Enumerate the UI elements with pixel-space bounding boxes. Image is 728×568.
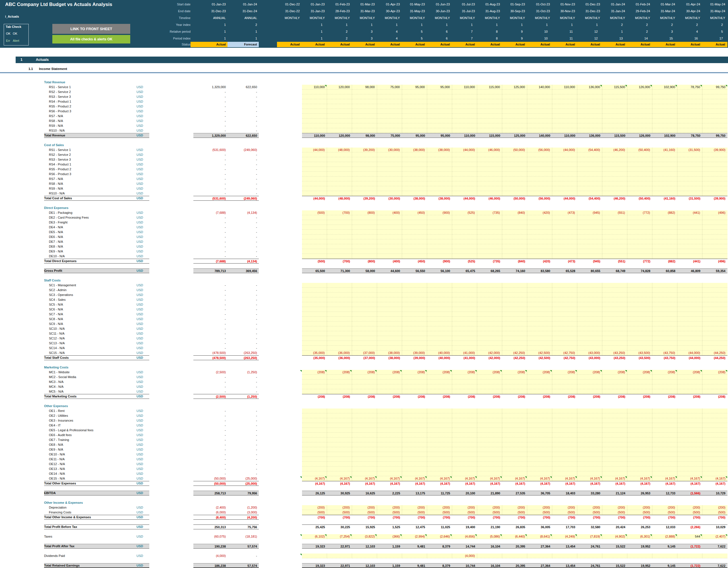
monthly-cell-empty[interactable] bbox=[277, 85, 302, 90]
monthly-cell-empty[interactable] bbox=[277, 114, 302, 119]
row-label[interactable]: OE15 - N/A bbox=[49, 476, 65, 481]
monthly-cell[interactable] bbox=[477, 220, 502, 225]
monthly-cell[interactable] bbox=[377, 500, 402, 505]
monthly-header-cell[interactable]: MONTHLY bbox=[277, 15, 302, 21]
row-label[interactable]: DE10 - N/A bbox=[49, 254, 65, 259]
annual-cell[interactable]: - bbox=[193, 466, 227, 471]
monthly-cell[interactable] bbox=[402, 206, 427, 210]
monthly-header-cell[interactable]: Actual bbox=[702, 42, 727, 47]
monthly-cell[interactable] bbox=[652, 375, 677, 379]
monthly-cell[interactable]: (500) bbox=[327, 510, 352, 515]
annual-cell[interactable]: - bbox=[193, 437, 227, 442]
monthly-cell[interactable] bbox=[327, 143, 352, 148]
monthly-cell[interactable] bbox=[402, 365, 427, 370]
monthly-cell[interactable]: 11,025 bbox=[427, 525, 452, 529]
monthly-cell[interactable] bbox=[377, 466, 402, 471]
annual-cell[interactable]: - bbox=[227, 123, 259, 128]
row-label[interactable]: OE4 - IT bbox=[49, 423, 61, 428]
row-label[interactable]: RS9 - N/A bbox=[49, 186, 63, 191]
monthly-cell[interactable] bbox=[377, 172, 402, 177]
monthly-cell[interactable] bbox=[302, 288, 327, 292]
monthly-cell[interactable]: (46,000) bbox=[477, 148, 502, 152]
monthly-cell[interactable]: (450) bbox=[402, 259, 427, 264]
monthly-cell[interactable] bbox=[677, 249, 702, 254]
monthly-cell-empty[interactable] bbox=[277, 408, 302, 413]
annual-cell[interactable] bbox=[227, 143, 259, 148]
monthly-cell[interactable] bbox=[602, 215, 627, 220]
monthly-cell[interactable] bbox=[602, 235, 627, 240]
monthly-cell[interactable] bbox=[527, 167, 552, 172]
monthly-cell[interactable] bbox=[402, 288, 427, 292]
monthly-cell[interactable] bbox=[552, 225, 577, 230]
monthly-cell[interactable] bbox=[452, 423, 477, 428]
monthly-cell[interactable] bbox=[477, 94, 502, 99]
monthly-cell-empty[interactable] bbox=[277, 350, 302, 355]
monthly-cell[interactable] bbox=[602, 326, 627, 331]
monthly-cell-empty[interactable] bbox=[277, 283, 302, 288]
monthly-cell[interactable]: (500) bbox=[502, 510, 527, 515]
monthly-cell[interactable]: 8,379 bbox=[427, 544, 452, 548]
monthly-cell[interactable] bbox=[327, 466, 352, 471]
monthly-cell[interactable]: 56,100 bbox=[427, 269, 452, 273]
monthly-cell[interactable] bbox=[627, 143, 652, 148]
monthly-cell[interactable] bbox=[602, 336, 627, 341]
monthly-cell[interactable]: (208) bbox=[327, 370, 352, 375]
monthly-cell[interactable] bbox=[327, 379, 352, 384]
monthly-cell[interactable] bbox=[327, 288, 352, 292]
monthly-cell[interactable] bbox=[452, 206, 477, 210]
monthly-cell[interactable]: (36,000) bbox=[327, 350, 352, 355]
monthly-cell[interactable] bbox=[652, 109, 677, 114]
monthly-cell[interactable] bbox=[577, 109, 602, 114]
monthly-cell[interactable]: (4,167) bbox=[627, 476, 652, 481]
monthly-cell[interactable] bbox=[377, 283, 402, 288]
monthly-cell[interactable] bbox=[677, 447, 702, 452]
monthly-cell[interactable] bbox=[627, 321, 652, 326]
monthly-cell[interactable] bbox=[452, 123, 477, 128]
monthly-cell[interactable]: (200) bbox=[402, 505, 427, 510]
monthly-cell[interactable] bbox=[377, 240, 402, 244]
monthly-cell[interactable] bbox=[327, 428, 352, 433]
monthly-cell[interactable] bbox=[302, 157, 327, 162]
monthly-cell[interactable] bbox=[452, 225, 477, 230]
annual-cell[interactable]: - bbox=[227, 244, 259, 249]
monthly-cell[interactable] bbox=[427, 404, 452, 408]
monthly-cell[interactable] bbox=[602, 177, 627, 181]
monthly-cell[interactable]: (200) bbox=[452, 505, 477, 510]
monthly-cell[interactable] bbox=[377, 104, 402, 109]
monthly-cell[interactable]: (4,167) bbox=[302, 476, 327, 481]
monthly-cell[interactable] bbox=[602, 384, 627, 389]
annual-cell[interactable]: (50,000) bbox=[193, 476, 227, 481]
monthly-cell[interactable] bbox=[302, 104, 327, 109]
monthly-cell[interactable] bbox=[477, 442, 502, 447]
monthly-cell[interactable] bbox=[477, 452, 502, 457]
monthly-header-cell[interactable]: 31-Mar-24 bbox=[652, 8, 677, 15]
monthly-cell[interactable] bbox=[552, 297, 577, 302]
annual-cell[interactable]: - bbox=[227, 326, 259, 331]
monthly-cell[interactable]: 95,000 bbox=[402, 133, 427, 138]
monthly-cell[interactable] bbox=[377, 423, 402, 428]
monthly-cell[interactable] bbox=[602, 413, 627, 418]
monthly-cell[interactable] bbox=[327, 452, 352, 457]
monthly-cell[interactable] bbox=[302, 389, 327, 394]
monthly-cell[interactable]: 68,749 bbox=[602, 269, 627, 273]
monthly-cell[interactable] bbox=[602, 240, 627, 244]
monthly-cell[interactable] bbox=[402, 244, 427, 249]
monthly-cell[interactable] bbox=[702, 235, 727, 240]
monthly-header-cell[interactable]: MONTHLY bbox=[452, 15, 477, 21]
monthly-cell[interactable] bbox=[302, 162, 327, 167]
monthly-cell[interactable] bbox=[377, 230, 402, 235]
monthly-cell[interactable] bbox=[677, 162, 702, 167]
monthly-cell[interactable]: 24,761 bbox=[577, 563, 602, 567]
monthly-cell[interactable] bbox=[627, 346, 652, 350]
monthly-cell[interactable] bbox=[402, 379, 427, 384]
monthly-cell[interactable] bbox=[602, 99, 627, 104]
monthly-cell[interactable] bbox=[652, 428, 677, 433]
monthly-cell[interactable] bbox=[652, 379, 677, 384]
monthly-cell[interactable]: (4,167) bbox=[402, 476, 427, 481]
monthly-cell[interactable] bbox=[702, 423, 727, 428]
monthly-cell[interactable] bbox=[527, 423, 552, 428]
monthly-cell-empty[interactable] bbox=[277, 433, 302, 437]
monthly-cell[interactable] bbox=[552, 307, 577, 312]
monthly-cell[interactable]: (44,250) bbox=[702, 356, 727, 360]
monthly-cell[interactable] bbox=[627, 186, 652, 191]
